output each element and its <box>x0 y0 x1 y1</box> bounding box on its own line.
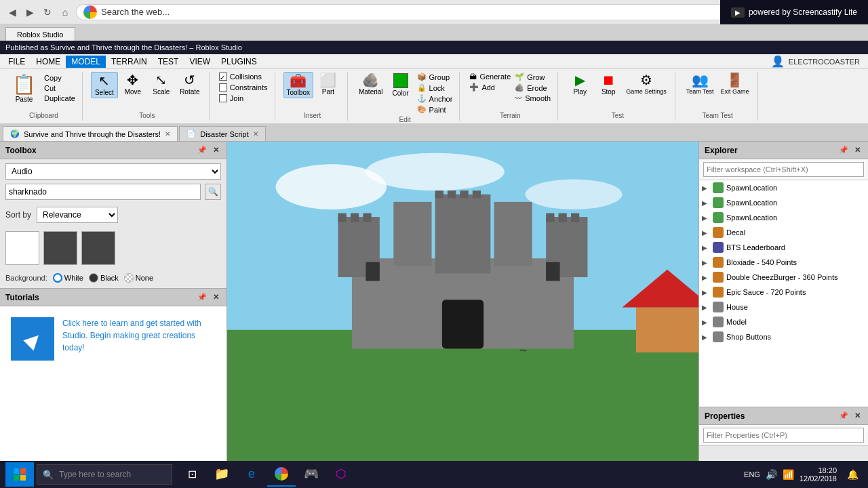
chrome-icon <box>83 5 97 19</box>
explorer-item-epic[interactable]: ▶ Epic Sauce - 720 Points <box>699 285 868 300</box>
search-input[interactable] <box>5 184 201 200</box>
tab-survive[interactable]: 🌍 Survive and Thrive through the Disaste… <box>3 126 178 141</box>
start-button[interactable] <box>5 462 34 487</box>
tutorials-close-btn[interactable]: ✕ <box>210 292 221 303</box>
date-display: 12/02/2018 <box>800 474 837 483</box>
bg-black-option[interactable]: Black <box>89 273 119 283</box>
taskview-button[interactable]: ⊡ <box>178 462 206 487</box>
toolbox-button[interactable]: 🧰 Toolbox <box>283 72 313 98</box>
add-button[interactable]: ➕Add <box>468 82 512 92</box>
explorer-item-shopbtns[interactable]: ▶ Shop Buttons <box>699 329 868 344</box>
select-button[interactable]: ↖ Select <box>91 72 118 98</box>
color-button[interactable]: Color <box>387 72 414 98</box>
menu-model[interactable]: MODEL <box>66 56 106 68</box>
group-button[interactable]: 📦Group <box>416 72 454 82</box>
result-item[interactable] <box>5 231 39 265</box>
erode-button[interactable]: 🪨Erode <box>513 83 552 93</box>
unknown-app[interactable]: ⬡ <box>327 462 355 487</box>
tab-survive-close[interactable]: ✕ <box>165 130 170 138</box>
result-item[interactable] <box>43 231 77 265</box>
expand-arrow: ▶ <box>702 289 710 296</box>
toolbox-close-btn[interactable]: ✕ <box>210 145 221 156</box>
explorer-item-spawn3[interactable]: ▶ SpawnLocation <box>699 210 868 225</box>
part-button[interactable]: ⬜ Part <box>315 72 342 97</box>
browser-tab[interactable]: Roblox Studio <box>5 27 75 41</box>
tab-disaster-close[interactable]: ✕ <box>253 130 258 138</box>
toolbox-controls: Audio Models Decals Plugins Videos 🔍 <box>0 159 226 204</box>
constraints-checkbox[interactable]: Constraints <box>218 83 269 92</box>
explorer-item-model[interactable]: ▶ Model <box>699 314 868 329</box>
generate-button[interactable]: 🏔Generate <box>468 72 512 81</box>
play-button[interactable]: ▶ Play <box>566 72 593 97</box>
properties-close-btn[interactable]: ✕ <box>852 411 863 422</box>
home-btn[interactable]: ⌂ <box>58 5 72 19</box>
material-button[interactable]: 🪨 Material <box>356 72 386 97</box>
edge-app[interactable]: e <box>237 462 266 487</box>
menu-file[interactable]: FILE <box>3 56 31 68</box>
menu-view[interactable]: VIEW <box>184 56 216 68</box>
paste-button[interactable]: 📋 Paste <box>9 72 39 104</box>
menu-plugins[interactable]: PLUGINS <box>216 56 262 68</box>
back-btn[interactable]: ◀ <box>5 5 19 19</box>
chrome-app[interactable] <box>267 462 296 487</box>
network-icon[interactable]: 📶 <box>783 469 794 480</box>
menu-test[interactable]: TEST <box>153 56 184 68</box>
explorer-filter-input[interactable] <box>703 162 864 177</box>
reload-btn[interactable]: ↻ <box>41 5 54 19</box>
forward-btn[interactable]: ▶ <box>23 5 37 19</box>
paint-button[interactable]: 🎨Paint <box>416 104 454 115</box>
menu-terrain[interactable]: TERRAIN <box>106 56 153 68</box>
copy-button[interactable]: Copy <box>41 73 78 83</box>
collisions-checkbox[interactable]: Collisions <box>218 72 263 81</box>
explorer-item-blox[interactable]: ▶ Bloxiade - 540 Points <box>699 255 868 270</box>
toolbox-pin-btn[interactable]: 📌 <box>197 145 208 156</box>
tutorials-pin-btn[interactable]: 📌 <box>197 292 208 303</box>
cut-button[interactable]: Cut <box>41 83 78 93</box>
toolbox-title: Toolbox <box>5 146 37 155</box>
sort-dropdown[interactable]: Relevance Most Visited <box>37 207 118 223</box>
duplicate-button[interactable]: Duplicate <box>41 94 78 103</box>
roblox-app[interactable]: 🎮 <box>297 462 326 487</box>
category-dropdown[interactable]: Audio Models Decals Plugins Videos <box>5 163 221 180</box>
tab-disaster[interactable]: 📄 Disaster Script ✕ <box>179 126 266 141</box>
properties-pin-btn[interactable]: 📌 <box>838 411 849 422</box>
address-text[interactable]: Search the web... <box>101 7 170 17</box>
svg-marker-24 <box>623 270 698 308</box>
bg-white-option[interactable]: White <box>53 273 83 283</box>
explorer-item-decal[interactable]: ▶ Decal <box>699 225 868 240</box>
join-checkbox[interactable]: Join <box>218 94 245 103</box>
viewport[interactable]: 〜 <box>227 142 698 488</box>
fileexplorer-app[interactable]: 📁 <box>208 462 236 487</box>
color-swatch <box>393 73 408 88</box>
explorer-item-bts[interactable]: ▶ BTS Leaderboard <box>699 240 868 255</box>
bird-sprite: 〜 <box>519 344 528 357</box>
lock-button[interactable]: 🔒Lock <box>416 83 454 93</box>
stop-button[interactable]: ⏹ Stop <box>595 72 622 97</box>
grow-button[interactable]: 🌱Grow <box>513 72 552 82</box>
smooth-button[interactable]: 〰Smooth <box>513 94 552 103</box>
game-settings-test-button[interactable]: ⚙ Game Settings <box>623 72 669 96</box>
explorer-pin-btn[interactable]: 📌 <box>838 145 849 156</box>
exit-game-button[interactable]: 🚪 Exit Game <box>718 72 752 96</box>
expand-arrow: ▶ <box>702 199 710 207</box>
rotate-button[interactable]: ↺ Rotate <box>176 72 203 97</box>
result-item[interactable] <box>81 231 115 265</box>
bg-none-option[interactable]: None <box>124 273 153 283</box>
taskbar-right: ENG 🔊 📶 18:20 12/02/2018 🔔 <box>744 464 863 485</box>
explorer-close-btn[interactable]: ✕ <box>852 145 863 156</box>
notification-button[interactable]: 🔔 <box>842 464 863 485</box>
volume-icon[interactable]: 🔊 <box>766 469 777 480</box>
scale-button[interactable]: ⤡ Scale <box>148 72 175 97</box>
explorer-item-double[interactable]: ▶ Double CheezBurger - 360 Points <box>699 270 868 285</box>
explorer-item-spawn2[interactable]: ▶ SpawnLocation <box>699 195 868 210</box>
move-button[interactable]: ✥ Move <box>119 72 146 97</box>
anchor-button[interactable]: ⚓Anchor <box>416 94 454 104</box>
team-test-button[interactable]: 👥 Team Test <box>684 72 717 96</box>
explorer-item-house[interactable]: ▶ House <box>699 300 868 314</box>
menu-home[interactable]: HOME <box>31 56 66 68</box>
explorer-item-spawn1[interactable]: ▶ SpawnLocation <box>699 180 868 195</box>
search-button[interactable]: 🔍 <box>205 184 221 200</box>
svg-rect-12 <box>363 214 371 222</box>
properties-filter-input[interactable] <box>703 428 864 443</box>
taskbar-search[interactable]: 🔍 Type here to search <box>37 464 172 485</box>
